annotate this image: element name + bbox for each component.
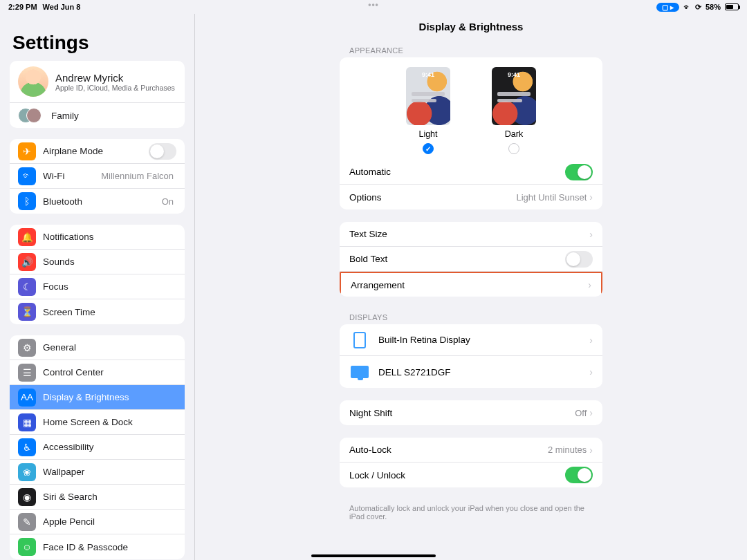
- sidebar: Settings Andrew Myrick Apple ID, iCloud,…: [0, 14, 195, 560]
- sidebar-item-accessibility[interactable]: ♿︎ Accessibility: [10, 435, 185, 460]
- faceid-icon: ☺: [18, 538, 36, 556]
- page-title: Display & Brightness: [195, 14, 747, 42]
- light-preview: 9:41: [406, 67, 450, 125]
- accessibility-icon: ♿︎: [18, 438, 36, 456]
- monitor-icon: [349, 363, 370, 381]
- battery-icon: [725, 3, 739, 10]
- gear-icon: ⚙: [18, 339, 36, 357]
- footer-note: Automatically lock and unlock your iPad …: [340, 500, 602, 525]
- wifi-icon: ᯤ: [18, 167, 36, 185]
- dark-preview: 9:41: [492, 67, 536, 125]
- airplane-toggle[interactable]: [149, 143, 176, 160]
- automatic-toggle[interactable]: [565, 164, 593, 180]
- chevron-right-icon: ›: [589, 366, 593, 377]
- sidebar-item-notifications[interactable]: 🔔 Notifications: [10, 225, 185, 250]
- row-night-shift[interactable]: Night Shift Off ›: [340, 400, 602, 425]
- lock-unlock-toggle[interactable]: [565, 467, 593, 483]
- row-lock-unlock[interactable]: Lock / Unlock: [340, 463, 602, 487]
- text-size-icon: AA: [18, 389, 36, 407]
- row-arrangement[interactable]: Arrangement ›: [340, 272, 602, 297]
- flower-icon: ❀: [18, 463, 36, 481]
- sliders-icon: ☰: [18, 364, 36, 382]
- speaker-icon: 🔊: [18, 253, 36, 271]
- chevron-right-icon: ›: [589, 445, 593, 456]
- row-external-display[interactable]: DELL S2721DGF ›: [340, 356, 602, 388]
- sidebar-item-wifi[interactable]: ᯤ Wi-Fi Millennium Falcon: [10, 164, 185, 189]
- row-bold-text[interactable]: Bold Text: [340, 247, 602, 272]
- family-avatar-icon: [18, 106, 42, 124]
- chevron-right-icon: ›: [588, 279, 591, 290]
- hourglass-icon: ⏳: [18, 303, 36, 321]
- row-auto-lock[interactable]: Auto-Lock 2 minutes ›: [340, 438, 602, 463]
- profile-name: Andrew Myrick: [55, 72, 175, 84]
- sidebar-item-wallpaper[interactable]: ❀ Wallpaper: [10, 460, 185, 485]
- section-header-appearance: APPEARANCE: [340, 42, 602, 57]
- sidebar-item-family[interactable]: Family: [10, 103, 185, 128]
- home-indicator[interactable]: [311, 554, 436, 557]
- section-header-displays: DISPLAYS: [340, 309, 602, 324]
- sidebar-item-home-dock[interactable]: ▦ Home Screen & Dock: [10, 410, 185, 435]
- chevron-right-icon: ›: [589, 192, 593, 203]
- status-date: Wed Jun 8: [43, 3, 81, 11]
- content-pane: Display & Brightness APPEARANCE 9:41 Lig…: [195, 14, 747, 560]
- sidebar-item-airplane[interactable]: ✈ Airplane Mode: [10, 139, 185, 164]
- chevron-right-icon: ›: [589, 229, 593, 240]
- screen-mirror-pill[interactable]: ▢ ▸: [656, 3, 679, 12]
- bluetooth-icon: ᛒ: [18, 192, 36, 210]
- chevron-right-icon: ›: [589, 335, 593, 346]
- bold-text-toggle[interactable]: [565, 251, 593, 268]
- bell-icon: 🔔: [18, 228, 36, 246]
- grid-icon: ▦: [18, 413, 36, 431]
- row-text-size[interactable]: Text Size ›: [340, 222, 602, 247]
- sidebar-item-control-center[interactable]: ☰ Control Center: [10, 360, 185, 385]
- ipad-icon: [349, 331, 370, 349]
- row-automatic[interactable]: Automatic: [340, 160, 602, 185]
- moon-icon: ☾: [18, 278, 36, 296]
- avatar: [18, 66, 48, 97]
- wifi-icon: ᯤ: [683, 3, 691, 11]
- rotation-lock-icon: ⟳: [695, 3, 701, 12]
- dark-radio[interactable]: [508, 143, 519, 154]
- appearance-option-dark[interactable]: 9:41 Dark: [492, 67, 536, 154]
- sidebar-item-siri[interactable]: ◉ Siri & Search: [10, 485, 185, 510]
- sidebar-item-pencil[interactable]: ✎ Apple Pencil: [10, 510, 185, 534]
- battery-pct: 58%: [706, 3, 721, 11]
- chevron-right-icon: ›: [589, 407, 593, 418]
- sidebar-item-display[interactable]: AA Display & Brightness: [10, 385, 185, 410]
- sidebar-item-faceid[interactable]: ☺ Face ID & Passcode: [10, 534, 185, 559]
- sidebar-item-focus[interactable]: ☾ Focus: [10, 274, 185, 299]
- status-time: 2:29 PM: [8, 3, 37, 11]
- appearance-option-light[interactable]: 9:41 Light: [406, 67, 450, 154]
- airplane-icon: ✈: [18, 142, 36, 160]
- status-bar: 2:29 PM Wed Jun 8 ••• ▢ ▸ ᯤ ⟳ 58%: [0, 0, 747, 14]
- siri-icon: ◉: [18, 488, 36, 506]
- sidebar-item-screentime[interactable]: ⏳ Screen Time: [10, 299, 185, 324]
- sidebar-item-apple-id[interactable]: Andrew Myrick Apple ID, iCloud, Media & …: [10, 61, 185, 103]
- sidebar-item-bluetooth[interactable]: ᛒ Bluetooth On: [10, 189, 185, 214]
- sidebar-item-sounds[interactable]: 🔊 Sounds: [10, 250, 185, 274]
- pencil-icon: ✎: [18, 513, 36, 531]
- settings-title: Settings: [10, 19, 185, 61]
- profile-sub: Apple ID, iCloud, Media & Purchases: [55, 84, 175, 92]
- multitask-dots-icon[interactable]: •••: [368, 0, 379, 10]
- row-options[interactable]: Options Light Until Sunset ›: [340, 185, 602, 209]
- row-builtin-display[interactable]: Built-In Retina Display ›: [340, 324, 602, 356]
- sidebar-item-general[interactable]: ⚙ General: [10, 335, 185, 360]
- light-radio[interactable]: [423, 143, 434, 154]
